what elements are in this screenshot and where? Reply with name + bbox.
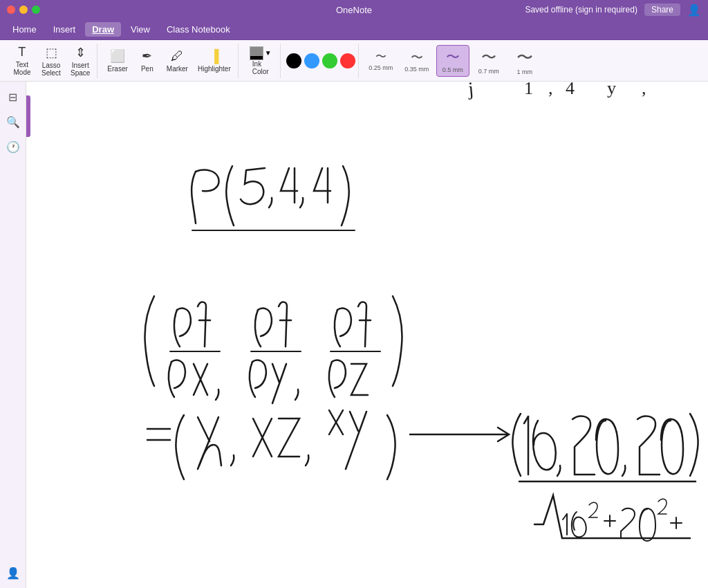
ink-color-picker[interactable]: ▼ InkColor (244, 45, 277, 77)
svg-text:y: y (607, 82, 616, 98)
menu-class-notebook[interactable]: Class Notebook (160, 22, 237, 37)
marker-label: Marker (167, 65, 188, 73)
text-mode-label: TextMode (13, 61, 30, 76)
svg-text:,: , (642, 82, 646, 98)
size-wave-icon: 〜 (481, 47, 496, 68)
pen-icon: ✒ (142, 48, 152, 64)
color-green[interactable] (322, 53, 337, 68)
traffic-lights (7, 6, 40, 14)
title-bar-right: Saved offline (sign in required) Share 👤 (525, 3, 701, 17)
size-options: 〜 0.25 mm 〜 0.35 mm 〜 0.5 mm 〜 0.7 mm 〜 … (364, 45, 541, 77)
insert-space-label: InsertSpace (71, 62, 90, 77)
size-wave-icon: 〜 (375, 50, 386, 64)
marker-icon: 🖊 (171, 49, 183, 64)
pen-sizes-group: 〜 0.25 mm 〜 0.35 mm 〜 0.5 mm 〜 0.7 mm 〜 … (362, 44, 544, 78)
insert-space-button[interactable]: ⇕ InsertSpace (66, 45, 94, 77)
highlighter-button[interactable]: ▐ Highlighter (194, 45, 235, 77)
size-1[interactable]: 〜 1 mm (508, 45, 541, 77)
app-title: OneNote (336, 5, 372, 15)
svg-text:4: 4 (566, 82, 575, 98)
sidebar-search-icon[interactable]: 🔍 (3, 112, 23, 131)
size-07-label: 0.7 mm (478, 68, 499, 75)
size-025-label: 0.25 mm (369, 64, 393, 71)
size-wave-icon: 〜 (516, 46, 533, 68)
size-07[interactable]: 〜 0.7 mm (472, 45, 505, 77)
size-035-label: 0.35 mm (404, 66, 429, 73)
minimize-button[interactable] (19, 6, 28, 14)
note-canvas[interactable]: j 1 , 4 y , (26, 82, 708, 588)
lasso-label: LassoSelect (41, 62, 61, 77)
pen-label: Pen (141, 65, 153, 73)
menu-home[interactable]: Home (6, 22, 44, 37)
color-red[interactable] (340, 53, 355, 68)
sidebar-history-icon[interactable]: 🕐 (3, 137, 23, 156)
size-035[interactable]: 〜 0.35 mm (400, 45, 434, 77)
eraser-label: Eraser (107, 65, 127, 73)
menu-view[interactable]: View (124, 22, 157, 37)
lasso-select-button[interactable]: ⬚ LassoSelect (37, 45, 65, 77)
size-025[interactable]: 〜 0.25 mm (364, 45, 398, 77)
draw-tools-group: ⬜ Eraser ✒ Pen 🖊 Marker ▐ Highlighter (100, 44, 238, 78)
size-05[interactable]: 〜 0.5 mm (436, 45, 469, 77)
account-icon[interactable]: 👤 (687, 3, 701, 17)
maximize-button[interactable] (32, 6, 40, 14)
color-palette (286, 53, 355, 68)
color-circles-group (283, 44, 359, 78)
highlighter-icon: ▐ (209, 49, 218, 64)
sidebar-pages-icon[interactable]: ⊟ (3, 87, 23, 107)
menu-draw[interactable]: Draw (85, 22, 121, 37)
size-wave-icon: 〜 (446, 48, 460, 66)
color-black[interactable] (286, 53, 301, 68)
size-05-label: 0.5 mm (442, 66, 463, 73)
eraser-button[interactable]: ⬜ Eraser (103, 45, 131, 77)
svg-text:1: 1 (524, 82, 533, 98)
left-sidebar: ⊟ 🔍 🕐 👤 (0, 82, 26, 588)
toolbar: Ꭲ TextMode ⬚ LassoSelect ⇕ InsertSpace ⬜… (0, 40, 708, 82)
handwriting-content: j 1 , 4 y , (26, 82, 708, 588)
pen-button[interactable]: ✒ Pen (133, 45, 161, 77)
saved-status: Saved offline (sign in required) (525, 5, 637, 15)
text-mode-button[interactable]: Ꭲ TextMode (8, 45, 36, 77)
close-button[interactable] (7, 6, 15, 14)
main-area: ⊟ 🔍 🕐 👤 j 1 , 4 y , (0, 82, 708, 588)
sidebar-account-icon[interactable]: 👤 (3, 563, 23, 582)
svg-text:j: j (467, 82, 474, 100)
ink-color-group: ▼ InkColor (241, 44, 281, 78)
text-tools-group: Ꭲ TextMode ⬚ LassoSelect ⇕ InsertSpace (6, 44, 97, 78)
menu-bar: Home Insert Draw View Class Notebook (0, 19, 708, 40)
svg-text:,: , (548, 82, 553, 98)
lasso-icon: ⬚ (46, 45, 57, 60)
color-blue[interactable] (304, 53, 319, 68)
menu-insert[interactable]: Insert (46, 22, 83, 37)
ink-color-label: InkColor (252, 60, 269, 75)
eraser-icon: ⬜ (110, 48, 125, 64)
insert-space-icon: ⇕ (75, 45, 86, 60)
highlighter-label: Highlighter (198, 65, 231, 73)
size-1-label: 1 mm (517, 68, 533, 75)
marker-button[interactable]: 🖊 Marker (162, 45, 192, 77)
text-mode-icon: Ꭲ (19, 45, 26, 59)
share-button[interactable]: Share (644, 3, 680, 16)
size-wave-icon: 〜 (411, 49, 423, 66)
title-bar: OneNote Saved offline (sign in required)… (0, 0, 708, 19)
